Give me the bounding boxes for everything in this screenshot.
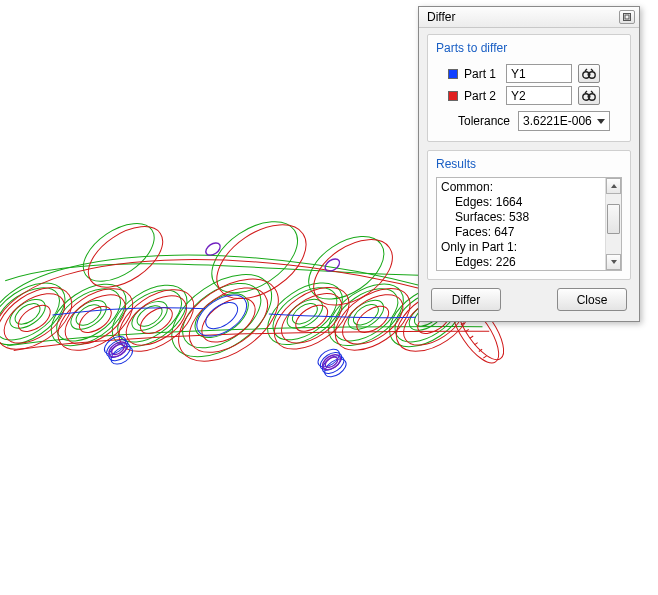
results-line: Surfaces: 538	[441, 210, 605, 225]
results-line: Edges: 226	[441, 255, 605, 270]
differ-dialog: Differ Parts to differ Part 1	[418, 6, 640, 322]
part2-label: Part 2	[464, 89, 500, 103]
close-icon[interactable]	[619, 10, 635, 24]
svg-rect-34	[588, 73, 591, 75]
dialog-title: Differ	[427, 10, 455, 24]
results-group: Results Common: Edges: 1664 Surfaces: 53…	[427, 150, 631, 280]
part1-label: Part 1	[464, 67, 500, 81]
tolerance-label: Tolerance	[458, 114, 512, 128]
results-line: Edges: 1664	[441, 195, 605, 210]
dialog-titlebar[interactable]: Differ	[419, 7, 639, 28]
chevron-down-icon	[610, 258, 618, 266]
svg-point-14	[73, 212, 164, 293]
svg-rect-37	[588, 95, 591, 97]
results-scrollbar[interactable]	[605, 178, 621, 270]
results-listbox[interactable]: Common: Edges: 1664 Surfaces: 538 Faces:…	[436, 177, 622, 271]
chevron-up-icon	[610, 182, 618, 190]
parts-group: Parts to differ Part 1 Part 2	[427, 34, 631, 142]
tolerance-value: 3.6221E-006	[523, 114, 592, 128]
close-button[interactable]: Close	[557, 288, 627, 311]
chevron-down-icon	[597, 119, 605, 124]
part1-input[interactable]	[506, 64, 572, 83]
tolerance-row: Tolerance 3.6221E-006	[458, 111, 622, 131]
part2-color-swatch	[448, 91, 458, 101]
differ-button[interactable]: Differ	[431, 288, 501, 311]
results-common-header: Common:	[441, 180, 605, 195]
scroll-down-button[interactable]	[606, 254, 621, 270]
svg-point-23	[201, 297, 242, 334]
binoculars-icon	[582, 68, 596, 80]
svg-marker-39	[611, 260, 617, 264]
scroll-track[interactable]	[606, 194, 621, 254]
part1-pick-button[interactable]	[578, 64, 600, 83]
svg-marker-38	[611, 184, 617, 188]
dialog-button-row: Differ Close	[427, 288, 631, 311]
parts-group-title: Parts to differ	[436, 39, 622, 61]
scroll-up-button[interactable]	[606, 178, 621, 194]
part2-pick-button[interactable]	[578, 86, 600, 105]
binoculars-icon	[582, 90, 596, 102]
svg-rect-31	[625, 15, 629, 19]
part2-input[interactable]	[506, 86, 572, 105]
part2-row: Part 2	[448, 86, 622, 105]
results-content: Common: Edges: 1664 Surfaces: 538 Faces:…	[437, 178, 605, 270]
results-line: Faces: 647	[441, 225, 605, 240]
results-group-title: Results	[436, 155, 622, 177]
tolerance-dropdown[interactable]: 3.6221E-006	[518, 111, 610, 131]
part1-color-swatch	[448, 69, 458, 79]
part1-row: Part 1	[448, 64, 622, 83]
results-only-part1-header: Only in Part 1:	[441, 240, 605, 255]
scroll-thumb[interactable]	[607, 204, 620, 234]
